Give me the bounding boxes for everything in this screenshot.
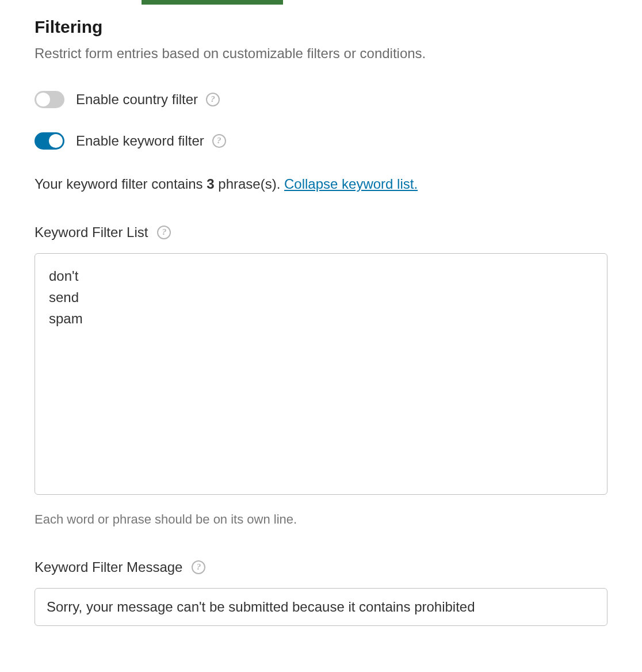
filtering-heading: Filtering bbox=[35, 17, 607, 37]
keyword-filter-message-input[interactable] bbox=[35, 588, 607, 626]
keyword-filter-label: Enable keyword filter bbox=[76, 133, 204, 149]
help-icon[interactable]: ? bbox=[212, 134, 226, 148]
keyword-filter-list-label: Keyword Filter List bbox=[35, 224, 148, 240]
help-icon[interactable]: ? bbox=[157, 226, 171, 239]
decorative-bar bbox=[142, 0, 283, 5]
help-icon[interactable]: ? bbox=[206, 93, 220, 106]
keyword-count: 3 bbox=[207, 176, 214, 192]
help-icon[interactable]: ? bbox=[192, 560, 205, 574]
filtering-description: Restrict form entries based on customiza… bbox=[35, 44, 607, 63]
keyword-filter-row: Enable keyword filter ? bbox=[35, 132, 607, 150]
keyword-filter-list-textarea[interactable] bbox=[35, 253, 607, 495]
keyword-filter-message-label: Keyword Filter Message bbox=[35, 559, 182, 575]
country-filter-label: Enable country filter bbox=[76, 91, 198, 108]
keyword-filter-status: Your keyword filter contains 3 phrase(s)… bbox=[35, 174, 607, 194]
country-filter-row: Enable country filter ? bbox=[35, 91, 607, 108]
keyword-filter-list-hint: Each word or phrase should be on its own… bbox=[35, 512, 607, 527]
collapse-keyword-list-link[interactable]: Collapse keyword list. bbox=[284, 176, 418, 192]
keyword-filter-toggle[interactable] bbox=[35, 132, 64, 150]
country-filter-toggle[interactable] bbox=[35, 91, 64, 108]
